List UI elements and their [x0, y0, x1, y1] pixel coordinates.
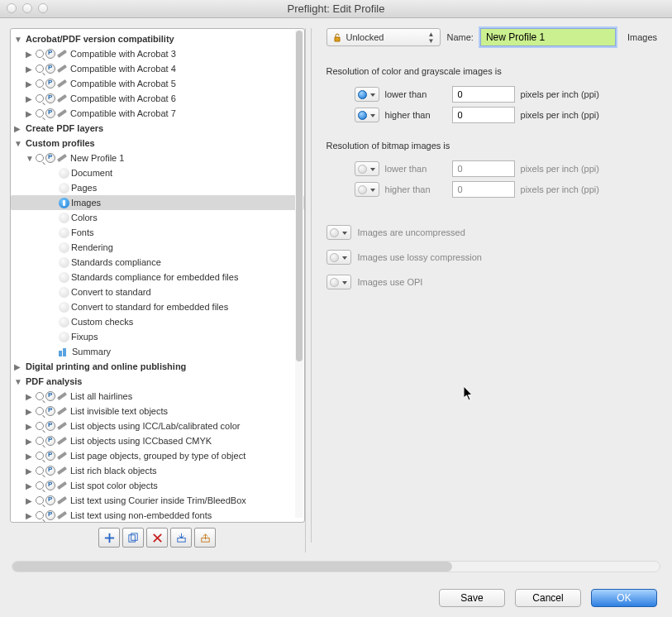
bitmap-lower-input[interactable] — [452, 160, 515, 177]
cancel-button[interactable]: Cancel — [515, 589, 581, 607]
tree-item[interactable]: Images — [11, 195, 304, 210]
lock-dropdown[interactable]: Unlocked ▲▼ — [326, 28, 441, 46]
disclosure-icon[interactable]: ▼ — [14, 35, 22, 44]
status-dropdown[interactable] — [355, 161, 379, 176]
preflight-icon — [45, 406, 55, 416]
ppi-label: pixels per inch (ppi) — [521, 184, 599, 194]
wrench-icon — [57, 451, 69, 461]
tree-item[interactable]: Fonts — [11, 225, 304, 240]
status-dropdown[interactable] — [355, 182, 379, 197]
status-dropdown[interactable] — [326, 275, 351, 289]
disclosure-icon[interactable]: ▶ — [14, 124, 22, 133]
status-dropdown[interactable] — [355, 108, 379, 122]
disclosure-icon[interactable]: ▶ — [26, 511, 34, 520]
tree-item[interactable]: Custom checks — [11, 314, 304, 329]
tree-item[interactable]: Convert to standard — [11, 285, 304, 299]
tree-item[interactable]: Convert to standard for embedded files — [11, 299, 304, 314]
status-dropdown[interactable] — [326, 250, 351, 265]
tree-item[interactable]: ▶Create PDF layers — [11, 121, 304, 136]
magnifier-icon — [36, 452, 44, 460]
preflight-icon — [45, 421, 55, 431]
profile-name-input[interactable] — [480, 28, 616, 46]
item-icons — [36, 510, 69, 520]
tree-item[interactable]: ▶List invisible text objects — [11, 404, 304, 419]
item-label: List objects using ICC/Lab/calibrated co… — [70, 421, 240, 431]
disclosure-icon[interactable]: ▶ — [26, 392, 34, 401]
disclosure-icon[interactable]: ▶ — [26, 422, 34, 431]
sidebar: ▼Acrobat/PDF version compatibility▶Compa… — [10, 28, 306, 552]
category-icon — [59, 287, 69, 298]
tree-item[interactable]: ▼New Profile 1 — [11, 151, 304, 165]
preflight-icon — [45, 510, 55, 520]
horizontal-scrollbar[interactable] — [12, 561, 660, 572]
tree-scrollbar[interactable] — [295, 30, 303, 518]
add-button[interactable] — [98, 528, 120, 548]
tree-item[interactable]: ▼Custom profiles — [11, 136, 304, 151]
disclosure-icon[interactable]: ▼ — [14, 139, 22, 148]
item-icons — [59, 302, 69, 313]
disclosure-icon[interactable]: ▶ — [26, 50, 34, 59]
tree-item[interactable]: ▶List objects using ICC/Lab/calibrated c… — [11, 419, 304, 433]
disclosure-icon[interactable]: ▶ — [26, 437, 34, 446]
tree-item[interactable]: ▶Compatible with Acrobat 7 — [11, 106, 304, 121]
disabled-icon — [330, 253, 339, 262]
tree-item[interactable]: ▶List rich black objects — [11, 463, 304, 478]
tree-item[interactable]: Fixups — [11, 329, 304, 344]
tree-item[interactable]: ▶Compatible with Acrobat 5 — [11, 76, 304, 91]
close-icon[interactable] — [7, 3, 17, 13]
tree-item[interactable]: Colors — [11, 210, 304, 225]
export-button[interactable] — [194, 528, 216, 548]
ok-button[interactable]: OK — [591, 589, 657, 607]
tree-item[interactable]: Standards compliance for embedded files — [11, 270, 304, 285]
tree-item[interactable]: ▶Compatible with Acrobat 3 — [11, 46, 304, 61]
minimize-icon[interactable] — [22, 3, 32, 13]
color-higher-input[interactable] — [452, 107, 515, 123]
disclosure-icon[interactable]: ▶ — [26, 466, 34, 476]
import-button[interactable] — [170, 528, 192, 548]
disclosure-icon[interactable]: ▶ — [26, 79, 34, 88]
tree-item[interactable]: ▶List objects using ICCbased CMYK — [11, 433, 304, 448]
tree-item[interactable]: Summary — [11, 344, 304, 359]
duplicate-button[interactable] — [122, 528, 144, 548]
tree-item[interactable]: ▶List text using non-embedded fonts — [11, 508, 304, 522]
status-dropdown[interactable] — [326, 225, 351, 240]
tree-item[interactable]: ▶Compatible with Acrobat 4 — [11, 61, 304, 76]
disclosure-icon[interactable]: ▶ — [26, 407, 34, 416]
category-icon — [59, 302, 69, 313]
check-uncompressed: Images are uncompressed — [358, 227, 465, 237]
bitmap-higher-input[interactable] — [452, 181, 515, 198]
item-label: Pages — [71, 183, 97, 193]
disclosure-icon[interactable]: ▶ — [26, 481, 34, 490]
tree-item[interactable]: Standards compliance — [11, 255, 304, 270]
preflight-icon — [45, 391, 55, 401]
zoom-icon[interactable] — [38, 3, 48, 13]
disclosure-icon[interactable]: ▶ — [26, 452, 34, 461]
item-label: Fixups — [71, 332, 98, 342]
disclosure-icon[interactable]: ▶ — [26, 94, 34, 103]
disclosure-icon[interactable]: ▶ — [26, 496, 34, 505]
tree-item[interactable]: ▼Acrobat/PDF version compatibility — [11, 31, 304, 46]
tree-item[interactable]: ▶List all hairlines — [11, 389, 304, 404]
disclosure-icon[interactable]: ▼ — [26, 154, 34, 163]
tree-item[interactable]: ▶List spot color objects — [11, 478, 304, 493]
save-button[interactable]: Save — [439, 589, 505, 607]
tree-item[interactable]: ▶Compatible with Acrobat 6 — [11, 91, 304, 106]
color-lower-input[interactable] — [452, 86, 515, 103]
status-dropdown[interactable] — [355, 87, 379, 102]
tree-item[interactable]: Pages — [11, 180, 304, 195]
item-label: Images — [71, 198, 101, 208]
wrench-icon — [57, 481, 69, 490]
disclosure-icon[interactable]: ▶ — [14, 362, 22, 371]
disclosure-icon[interactable]: ▼ — [14, 377, 22, 386]
tree-item[interactable]: Rendering — [11, 240, 304, 255]
tree-item[interactable]: ▶List text using Courier inside Trim/Ble… — [11, 493, 304, 508]
delete-button[interactable] — [146, 528, 168, 548]
window-controls — [7, 3, 48, 13]
disclosure-icon[interactable]: ▶ — [26, 65, 34, 74]
tree-item[interactable]: Document — [11, 165, 304, 180]
check-opi: Images use OPI — [358, 277, 423, 287]
tree-item[interactable]: ▶Digital printing and online publishing — [11, 359, 304, 374]
tree-item[interactable]: ▼PDF analysis — [11, 374, 304, 389]
disclosure-icon[interactable]: ▶ — [26, 109, 34, 118]
tree-item[interactable]: ▶List page objects, grouped by type of o… — [11, 448, 304, 463]
